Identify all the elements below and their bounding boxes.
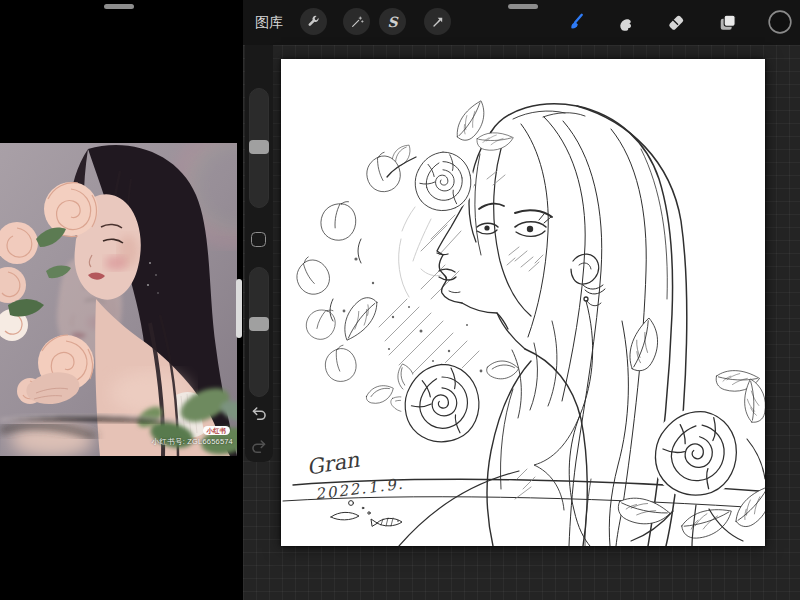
top-toolbar: 图库 S	[243, 0, 800, 45]
gallery-button[interactable]: 图库	[255, 0, 283, 45]
split-view-divider-handle[interactable]	[236, 279, 242, 338]
brush-opacity-slider[interactable]	[249, 267, 269, 397]
canvas-signature: Gran 2022.1.9.	[305, 448, 405, 504]
drawing-top-rose	[412, 101, 514, 214]
adjustments-button[interactable]	[343, 8, 370, 35]
paint-tool-button[interactable]	[562, 9, 588, 35]
transform-arrow-icon	[430, 14, 446, 30]
smudge-tool-button[interactable]	[612, 9, 638, 35]
erase-tool-button[interactable]	[662, 9, 688, 35]
magic-wand-icon	[349, 14, 365, 30]
drawing-wreath	[289, 143, 416, 415]
drawing-canvas[interactable]: Gran 2022.1.9.	[281, 59, 765, 546]
redo-button[interactable]	[248, 436, 270, 458]
actions-button[interactable]	[300, 8, 327, 35]
procreate-window: 图库 S	[243, 0, 800, 600]
signature-name: Gran	[305, 448, 361, 480]
canvas-workspace[interactable]: Gran 2022.1.9.	[243, 45, 800, 600]
paintbrush-icon	[563, 10, 588, 35]
screen: 小红书 小红书号: ZGL6656574 图库	[0, 0, 800, 600]
selection-button[interactable]: S	[379, 8, 406, 35]
smudge-finger-icon	[613, 10, 638, 35]
drawing-body	[487, 313, 587, 546]
drawing-fish-doodle	[331, 501, 402, 526]
undo-button[interactable]	[248, 403, 270, 425]
drawing-ghost-sketch	[399, 207, 441, 297]
wrench-icon	[306, 14, 322, 30]
line-art-drawing: Gran 2022.1.9.	[281, 59, 765, 546]
color-button[interactable]	[767, 9, 793, 35]
modify-button[interactable]	[251, 232, 266, 247]
window-drag-handle-right[interactable]	[508, 4, 538, 9]
selection-s-glyph: S	[387, 14, 397, 30]
layers-button[interactable]	[714, 9, 740, 35]
drawing-hatching	[379, 215, 479, 389]
eraser-icon	[663, 10, 688, 35]
reference-photo-image	[0, 143, 237, 456]
reference-photo: 小红书 小红书号: ZGL6656574	[0, 143, 237, 456]
window-drag-handle-left[interactable]	[104, 4, 134, 9]
transform-button[interactable]	[424, 8, 451, 35]
drawing-bottom-rose	[390, 353, 520, 445]
drawing-corner-rose	[613, 318, 765, 546]
brush-opacity-slider-handle[interactable]	[249, 317, 269, 331]
xiaohongshu-badge: 小红书	[203, 426, 231, 435]
signature-date: 2022.1.9.	[314, 475, 405, 504]
redo-arrow-icon	[253, 441, 265, 452]
current-color-swatch	[767, 9, 793, 35]
undo-arrow-icon	[254, 408, 266, 419]
brush-size-slider-handle[interactable]	[249, 140, 269, 154]
brush-sidebar	[245, 45, 273, 462]
xiaohongshu-id-watermark: 小红书号: ZGL6656574	[152, 437, 233, 447]
reference-app-pane: 小红书 小红书号: ZGL6656574	[0, 0, 237, 600]
layers-icon	[715, 10, 740, 35]
